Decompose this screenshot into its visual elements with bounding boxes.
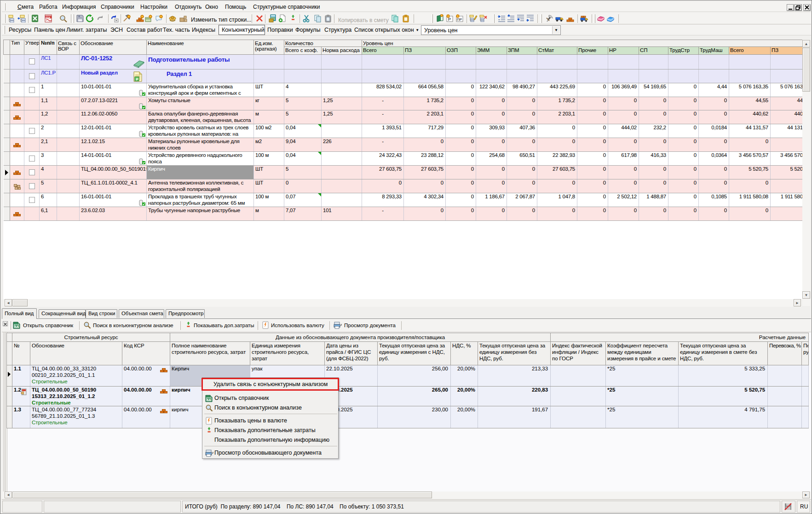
svg-text:P: P [448, 17, 451, 22]
svg-text:КА: КА [207, 398, 211, 401]
svg-text:КА: КА [15, 325, 19, 328]
svg-text:PDF: PDF [46, 16, 51, 19]
